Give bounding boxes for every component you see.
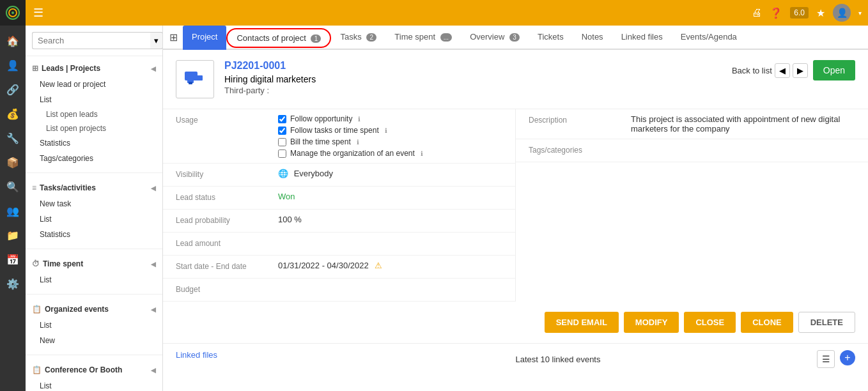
nav-section-time: ⏱Time spent ◀ List [26, 252, 162, 291]
tab-overview[interactable]: Overview 3 [461, 26, 529, 50]
sidebar-icon-settings[interactable]: ⚙️ [3, 273, 23, 294]
project-third-party: Third-party : [224, 86, 732, 95]
checkbox-manage-event[interactable]: Manage the organization of an event ℹ [278, 149, 502, 158]
back-to-list: Back to list ◀ ▶ [732, 63, 808, 78]
nav-item-task-stats[interactable]: Statistics [26, 227, 162, 242]
hamburger-icon[interactable]: ☰ [33, 6, 43, 20]
field-usage: Usage Follow opportunity ℹ Follow tasks … [163, 109, 515, 164]
nav-item-list-open-leads[interactable]: List open leads [26, 107, 162, 121]
sidebar-icon-search[interactable]: 🔍 [3, 176, 23, 197]
close-button[interactable]: CLOSE [684, 312, 736, 333]
usage-value: Follow opportunity ℹ Follow tasks or tim… [278, 114, 502, 158]
sidebar-icon-money[interactable]: 💰 [3, 103, 23, 124]
clone-button[interactable]: CLONE [741, 312, 793, 333]
nav-header-time[interactable]: ⏱Time spent ◀ [26, 256, 162, 272]
field-date-range: Start date - End date 01/31/2022 - 04/30… [163, 256, 515, 279]
tab-contacts[interactable]: Contacts of project 1 [226, 28, 331, 48]
project-header: PJ2201-0001 Hiring digital marketers Thi… [163, 50, 868, 109]
nav-item-tags[interactable]: Tags/categories [26, 151, 162, 166]
date-range-label: Start date - End date [176, 261, 278, 271]
sidebar-icon-calendar[interactable]: 📅 [3, 249, 23, 270]
latest-events-label: Latest 10 linked events [516, 355, 601, 364]
svg-rect-6 [196, 75, 203, 80]
tab-icon-grid[interactable]: ⊞ [169, 31, 178, 43]
project-name: Hiring digital marketers [224, 74, 732, 84]
form-right: Description This project is associated w… [516, 109, 868, 302]
tab-tickets[interactable]: Tickets [529, 26, 573, 50]
field-lead-probability: Lead probability 100 % [163, 210, 515, 233]
checkbox-follow-tasks[interactable]: Follow tasks or time spent ℹ [278, 126, 502, 135]
tab-time-spent[interactable]: Time spent ... [385, 26, 461, 50]
tab-events-agenda[interactable]: Events/Agenda [672, 26, 746, 50]
field-visibility: Visibility 🌐 Everybody [163, 164, 515, 187]
svg-point-2 [12, 12, 14, 14]
sidebar-icon-box[interactable]: 📦 [3, 152, 23, 172]
nav-item-new-task[interactable]: New task [26, 196, 162, 211]
lead-amount-label: Lead amount [176, 238, 278, 248]
search-bar: ▾ [26, 26, 162, 56]
nav-header-leads[interactable]: ⊞Leads | Projects ◀ [26, 60, 162, 77]
lead-status-value: Won [278, 192, 502, 201]
checkbox-follow-opportunity[interactable]: Follow opportunity ℹ [278, 114, 502, 123]
app-logo [0, 0, 26, 26]
nav-section-conference: 📋Conference Or Booth ◀ List [26, 358, 162, 391]
tab-tasks[interactable]: Tasks 2 [331, 26, 385, 50]
nav-item-list-open-projects[interactable]: List open projects [26, 121, 162, 135]
project-actions: Back to list ◀ ▶ Open [732, 60, 855, 80]
bottom-section: Linked files Latest 10 linked events ☰ + [163, 343, 868, 374]
checkbox-bill-time[interactable]: Bill the time spent ℹ [278, 137, 502, 146]
nav-item-list[interactable]: List [26, 92, 162, 107]
events-add-button[interactable]: + [840, 350, 855, 365]
sidebar-icon-tools[interactable]: 🔧 [3, 128, 23, 148]
print-icon[interactable]: 🖨 [752, 7, 762, 19]
nav-item-task-list[interactable]: List [26, 211, 162, 227]
nav-header-events[interactable]: 📋Organized events ◀ [26, 301, 162, 318]
tab-project[interactable]: Project [183, 26, 226, 50]
date-warning-icon: ⚠ [375, 261, 382, 270]
field-budget: Budget [163, 279, 515, 302]
user-avatar[interactable]: 👤 [833, 4, 851, 22]
modify-button[interactable]: MODIFY [624, 312, 679, 333]
next-record-button[interactable]: ▶ [793, 63, 808, 78]
sidebar-icon-folder[interactable]: 📁 [3, 225, 23, 245]
sidebar-icon-home[interactable]: 🏠 [3, 31, 23, 51]
search-dropdown-button[interactable]: ▾ [150, 32, 163, 49]
action-buttons: SEND EMAIL MODIFY CLOSE CLONE DELETE [163, 302, 868, 343]
field-tags: Tags/categories [516, 139, 868, 162]
nav-item-time-list[interactable]: List [26, 272, 162, 288]
nav-item-events-new[interactable]: New [26, 333, 162, 348]
project-icon [176, 60, 214, 98]
tab-linked-files[interactable]: Linked files [612, 26, 672, 50]
search-input[interactable] [32, 32, 150, 49]
sidebar-icon-user[interactable]: 👤 [3, 55, 23, 75]
latest-events: Latest 10 linked events ☰ + [516, 350, 856, 368]
nav-item-new-lead[interactable]: New lead or project [26, 77, 162, 92]
topbar: ☰ 🖨 ❓ 6.0 ★ 👤 ▾ [0, 0, 868, 26]
nav-item-conference-list[interactable]: List [26, 378, 162, 391]
star-icon[interactable]: ★ [816, 7, 825, 19]
project-info: PJ2201-0001 Hiring digital marketers Thi… [224, 60, 732, 95]
tab-notes[interactable]: Notes [573, 26, 612, 50]
delete-button[interactable]: DELETE [798, 312, 855, 333]
form-left: Usage Follow opportunity ℹ Follow tasks … [163, 109, 516, 302]
nav-panel: ▾ ⊞Leads | Projects ◀ New lead or projec… [26, 26, 163, 391]
sidebar-icon-link[interactable]: 🔗 [3, 79, 23, 100]
prev-record-button[interactable]: ◀ [775, 63, 790, 78]
sidebar-icon-group[interactable]: 👥 [3, 201, 23, 221]
svg-rect-5 [189, 82, 192, 84]
linked-files-label[interactable]: Linked files [176, 350, 516, 368]
send-email-button[interactable]: SEND EMAIL [545, 312, 619, 333]
visibility-label: Visibility [176, 169, 278, 179]
help-icon[interactable]: ❓ [770, 7, 782, 19]
main-content: ⊞ Project Contacts of project 1 Tasks 2 … [163, 26, 868, 391]
tab-bar: ⊞ Project Contacts of project 1 Tasks 2 … [163, 26, 868, 50]
nav-header-tasks[interactable]: ≡Tasks/activities ◀ [26, 180, 162, 196]
open-status-button[interactable]: Open [813, 60, 855, 80]
nav-item-statistics[interactable]: Statistics [26, 135, 162, 151]
nav-item-events-list[interactable]: List [26, 318, 162, 333]
nav-section-leads: ⊞Leads | Projects ◀ New lead or project … [26, 56, 162, 170]
nav-header-conference[interactable]: 📋Conference Or Booth ◀ [26, 362, 162, 378]
events-menu-icon[interactable]: ☰ [817, 350, 835, 368]
user-dropdown-icon[interactable]: ▾ [858, 10, 862, 17]
tags-label: Tags/categories [529, 144, 631, 155]
